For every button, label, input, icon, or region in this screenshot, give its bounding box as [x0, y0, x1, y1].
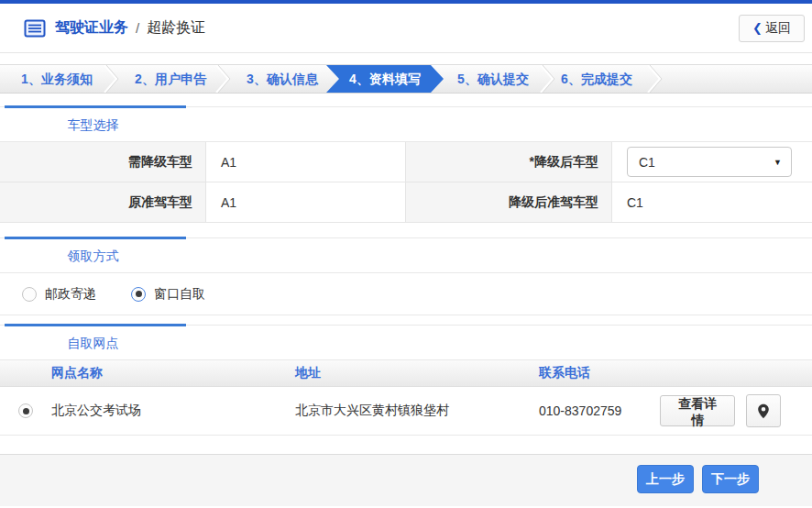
chevron-left-icon: ❮: [752, 21, 763, 35]
section-accent-line: [5, 105, 186, 108]
section-pickup-locations: 自取网点 网点名称 地址 联系电话 北京公交考试场 北京市大兴区黄村镇狼垡村 0…: [0, 325, 812, 436]
select-caret-icon: ▼: [774, 158, 782, 167]
field-label-original-type: 原准驾车型: [0, 182, 206, 223]
step-6-complete-submit[interactable]: 6、完成提交: [548, 65, 645, 93]
step-1-business-notice[interactable]: 1、业务须知: [4, 65, 110, 93]
row-site-name: 北京公交考试场: [51, 403, 295, 419]
step-3-confirm-info[interactable]: 3、确认信息: [229, 65, 335, 93]
vehicle-section-title: 车型选择: [0, 107, 186, 141]
radio-option-window-pickup[interactable]: 窗口自取: [131, 286, 205, 303]
pickup-table-header: 网点名称 地址 联系电话: [0, 360, 812, 387]
next-step-button[interactable]: 下一步: [702, 465, 759, 493]
radio-selected-icon: [131, 287, 146, 302]
delivery-section-title: 领取方式: [0, 238, 186, 272]
back-button-label: 返回: [765, 20, 791, 37]
vehicle-form: 需降级车型 A1 *降级后车型 C1 ▼ 原准驾车型 A1 降级后准驾车型 C1: [0, 142, 812, 223]
row-radio-cell: [0, 403, 51, 418]
section-header: 自取网点: [0, 326, 812, 360]
radio-option-postal-delivery[interactable]: 邮政寄递: [22, 286, 96, 303]
field-value-original-type: A1: [206, 182, 406, 223]
row-site-address: 北京市大兴区黄村镇狼垡村: [295, 403, 539, 419]
section-delivery-method: 领取方式 邮政寄递 窗口自取: [0, 237, 812, 315]
page-title: 驾驶证业务: [55, 18, 128, 38]
field-value-downgrade-needed: A1: [206, 142, 406, 182]
radio-label-postal: 邮政寄递: [45, 286, 96, 303]
step-4-fill-data-active[interactable]: 4、资料填写: [326, 65, 444, 93]
column-header-phone: 联系电话: [539, 365, 660, 381]
footer-action-bar: 上一步 下一步: [0, 454, 812, 506]
pickup-section-title: 自取网点: [0, 326, 186, 359]
section-header: 车型选择: [0, 107, 812, 142]
field-label-permitted-after: 降级后准驾车型: [406, 182, 612, 223]
breadcrumb-separator: /: [136, 20, 139, 36]
page-header: 驾驶证业务 / 超龄换证 ❮ 返回: [0, 4, 812, 53]
breadcrumb-current: 超龄换证: [147, 18, 205, 38]
pickup-table-row: 北京公交考试场 北京市大兴区黄村镇狼垡村 010-83702759 查看详情: [0, 387, 812, 436]
step-5-confirm-submit[interactable]: 5、确认提交: [444, 65, 542, 93]
section-accent-line: [5, 324, 186, 326]
map-pin-icon: [757, 403, 770, 419]
field-value-permitted-after: C1: [612, 182, 812, 223]
step-2-user-declaration[interactable]: 2、用户申告: [117, 65, 224, 93]
map-location-button[interactable]: [746, 394, 781, 427]
field-cell-downgrade-to: C1 ▼: [612, 142, 812, 182]
row-actions: 查看详情: [660, 394, 812, 427]
row-site-phone: 010-83702759: [539, 403, 660, 418]
section-accent-line: [5, 237, 186, 239]
radio-unselected-icon: [22, 287, 37, 302]
downgrade-type-select[interactable]: C1 ▼: [627, 147, 792, 177]
radio-label-window: 窗口自取: [154, 286, 205, 303]
license-card-icon: [24, 19, 46, 38]
step-progress-bar: 1、业务须知 2、用户申告 3、确认信息 4、资料填写 5、确认提交 6、完成提…: [0, 64, 812, 94]
field-label-downgrade-needed: 需降级车型: [0, 142, 206, 182]
section-header: 领取方式: [0, 238, 812, 273]
delivery-options: 邮政寄递 窗口自取: [0, 273, 812, 315]
row-radio-selected-icon[interactable]: [18, 403, 33, 418]
field-label-downgrade-to: *降级后车型: [406, 142, 612, 182]
section-vehicle-type: 车型选择 需降级车型 A1 *降级后车型 C1 ▼ 原准驾车型 A1 降级后准驾…: [0, 106, 812, 223]
step-separator-icon: [646, 65, 663, 93]
view-details-button[interactable]: 查看详情: [660, 395, 735, 426]
column-header-name: 网点名称: [51, 365, 295, 381]
previous-step-button[interactable]: 上一步: [637, 465, 694, 493]
downgrade-type-selected-value: C1: [639, 155, 655, 170]
back-button[interactable]: ❮ 返回: [739, 15, 805, 42]
column-header-address: 地址: [295, 365, 539, 381]
